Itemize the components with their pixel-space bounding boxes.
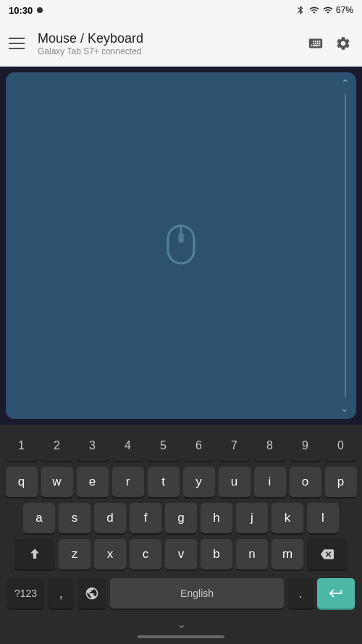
wifi-icon <box>308 5 320 15</box>
app-bar: Mouse / Keyboard Galaxy Tab S7+ connecte… <box>0 20 362 67</box>
key-8[interactable]: 8 <box>254 431 286 461</box>
status-left: 10:30 <box>9 5 43 16</box>
key-a[interactable]: a <box>23 503 55 533</box>
key-k[interactable]: k <box>272 503 303 533</box>
key-e[interactable]: e <box>77 467 109 497</box>
key-3[interactable]: 3 <box>77 431 109 461</box>
trackpad-area[interactable]: ⌃ ⌄ <box>6 72 356 419</box>
number-row: 1 2 3 4 5 6 7 8 9 0 <box>3 431 359 461</box>
space-key[interactable]: English <box>110 578 284 609</box>
key-y[interactable]: y <box>183 467 215 497</box>
bluetooth-icon <box>295 5 306 15</box>
signal-icon <box>323 5 333 15</box>
key-5[interactable]: 5 <box>148 431 180 461</box>
qwerty-row: q w e r t y u i o p <box>3 467 359 497</box>
mouse-icon <box>164 223 198 269</box>
key-n[interactable]: n <box>236 539 268 569</box>
key-0[interactable]: 0 <box>325 431 357 461</box>
sym-key[interactable]: ?123 <box>7 578 44 609</box>
key-v[interactable]: v <box>165 539 197 569</box>
battery-text: 67% <box>336 5 353 15</box>
page-subtitle: Galaxy Tab S7+ connected <box>38 46 297 56</box>
key-j[interactable]: j <box>236 503 268 533</box>
key-4[interactable]: 4 <box>112 431 144 461</box>
app-bar-title: Mouse / Keyboard Galaxy Tab S7+ connecte… <box>38 31 297 56</box>
page-title: Mouse / Keyboard <box>38 31 297 46</box>
key-m[interactable]: m <box>272 539 303 569</box>
scroll-up-arrow: ⌃ <box>341 78 350 88</box>
key-u[interactable]: u <box>219 467 251 497</box>
bottom-row: ?123 , English . <box>3 575 359 614</box>
key-g[interactable]: g <box>165 503 197 533</box>
key-1[interactable]: 1 <box>6 431 38 461</box>
app-bar-actions <box>306 33 353 54</box>
keyboard-icon-button[interactable] <box>306 33 326 54</box>
svg-point-0 <box>37 7 43 13</box>
key-d[interactable]: d <box>94 503 126 533</box>
key-9[interactable]: 9 <box>290 431 321 461</box>
key-s[interactable]: s <box>59 503 90 533</box>
key-q[interactable]: q <box>6 467 38 497</box>
key-h[interactable]: h <box>201 503 232 533</box>
settings-button[interactable] <box>333 33 353 54</box>
menu-button[interactable] <box>9 33 29 54</box>
key-t[interactable]: t <box>148 467 180 497</box>
key-r[interactable]: r <box>112 467 144 497</box>
key-c[interactable]: c <box>130 539 161 569</box>
backspace-key[interactable] <box>307 539 348 569</box>
enter-key[interactable] <box>317 578 355 609</box>
key-2[interactable]: 2 <box>41 431 73 461</box>
key-f[interactable]: f <box>130 503 161 533</box>
status-time: 10:30 <box>9 5 33 16</box>
key-b[interactable]: b <box>201 539 232 569</box>
key-w[interactable]: w <box>41 467 73 497</box>
key-l[interactable]: l <box>307 503 339 533</box>
key-p[interactable]: p <box>325 467 357 497</box>
asdf-row: a s d f g h j k l <box>3 503 359 533</box>
globe-key[interactable] <box>77 578 106 609</box>
dot-icon <box>37 7 43 13</box>
period-key[interactable]: . <box>287 578 313 609</box>
shift-key[interactable] <box>14 539 55 569</box>
svg-rect-3 <box>178 233 184 243</box>
keyboard: 1 2 3 4 5 6 7 8 9 0 q w e r t y u i o p … <box>0 425 362 644</box>
key-o[interactable]: o <box>290 467 321 497</box>
key-6[interactable]: 6 <box>183 431 215 461</box>
status-bar: 10:30 67% <box>0 0 362 20</box>
scroll-bar-container: ⌃ ⌄ <box>334 72 356 419</box>
hide-keyboard-button[interactable]: ⌄ <box>177 617 186 631</box>
key-z[interactable]: z <box>59 539 90 569</box>
home-indicator <box>138 635 224 638</box>
key-x[interactable]: x <box>94 539 126 569</box>
key-7[interactable]: 7 <box>219 431 251 461</box>
status-icons: 67% <box>295 5 353 15</box>
zxcv-row: z x c v b n m <box>3 539 359 569</box>
scroll-down-arrow: ⌄ <box>340 403 349 413</box>
comma-key[interactable]: , <box>48 578 74 609</box>
key-i[interactable]: i <box>254 467 286 497</box>
keyboard-footer: ⌄ <box>3 614 359 635</box>
scroll-line <box>345 94 346 397</box>
